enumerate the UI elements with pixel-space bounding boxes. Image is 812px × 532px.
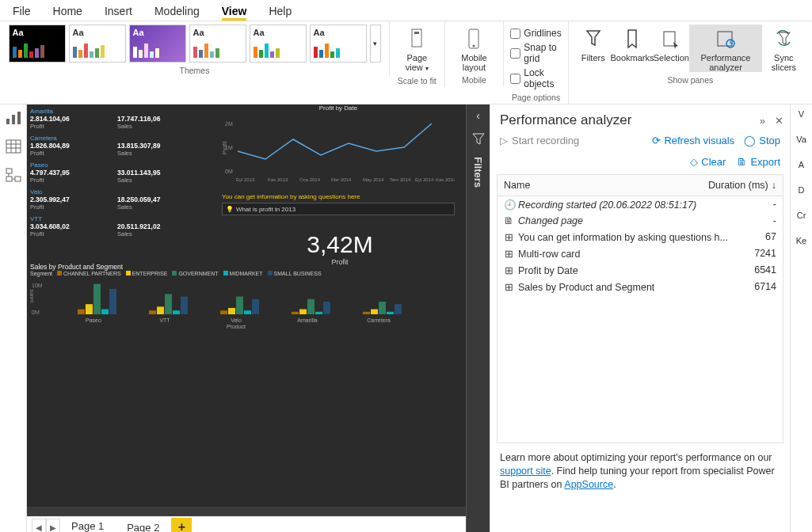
rail-item[interactable]: Va xyxy=(796,135,806,144)
profit-by-date-chart[interactable]: Profit by Date 2M1M0MProfitEyl 2013Kas 2… xyxy=(222,104,455,192)
svg-rect-55 xyxy=(299,310,307,314)
panes-label: Show panes xyxy=(667,75,713,85)
menu-help[interactable]: Help xyxy=(269,5,292,17)
col-duration[interactable]: Duration (ms)↓ xyxy=(708,180,776,191)
filters-collapsed-pane[interactable]: ‹ Filters xyxy=(466,104,490,532)
ribbon: Aa Aa Aa Aa Aa Aa ▾ Themes Page view ▾ S… xyxy=(0,21,812,104)
svg-rect-64 xyxy=(395,304,402,314)
close-icon[interactable]: ✕ xyxy=(775,115,780,127)
rail-item[interactable]: Ke xyxy=(796,236,806,245)
report-canvas[interactable]: Amarilla2.814.104,06ProfitCarretera1.826… xyxy=(27,104,466,516)
snap-checkbox[interactable]: Snap to grid xyxy=(510,42,561,64)
page-view-button[interactable]: Page view ▾ xyxy=(396,25,438,73)
tab-next[interactable]: ▶ xyxy=(46,519,60,532)
svg-rect-44 xyxy=(165,294,172,314)
svg-rect-58 xyxy=(323,302,330,314)
svg-text:Eyl 2013: Eyl 2013 xyxy=(236,177,255,182)
sheet-tabs: ◀ ▶ Page 1 Page 2 + xyxy=(27,516,466,532)
popout-icon[interactable]: » xyxy=(760,115,762,127)
svg-text:May 2014: May 2014 xyxy=(363,177,384,182)
sort-down-icon: ↓ xyxy=(772,180,776,191)
analyzer-row[interactable]: ⊞You can get information by asking quest… xyxy=(497,229,783,245)
svg-rect-57 xyxy=(315,312,322,314)
menu-insert[interactable]: Insert xyxy=(105,5,132,17)
page-options-label: Page options xyxy=(512,93,560,102)
stop-icon: ◯ xyxy=(744,135,756,146)
themes-label: Themes xyxy=(180,66,210,75)
refresh-visuals-button[interactable]: ⟳Refresh visuals xyxy=(652,135,734,146)
analyzer-row[interactable]: 🗎Changed page- xyxy=(497,213,783,229)
gridlines-checkbox[interactable]: Gridlines xyxy=(510,28,561,39)
theme-card-1[interactable]: Aa xyxy=(9,25,66,63)
svg-text:Kas 2013: Kas 2013 xyxy=(268,177,288,182)
mobile-layout-button[interactable]: Mobile layout xyxy=(452,25,497,72)
col-name[interactable]: Name xyxy=(504,180,530,191)
stop-button[interactable]: ◯Stop xyxy=(744,135,780,146)
menubar: File Home Insert Modeling View Help xyxy=(0,0,812,21)
themes-dropdown[interactable]: ▾ xyxy=(370,25,381,63)
filters-label: Filters xyxy=(472,157,484,188)
profit-kpi[interactable]: 3,42M Profit xyxy=(225,231,455,266)
rail-item[interactable]: Cr xyxy=(797,211,806,220)
add-page-button[interactable]: + xyxy=(171,518,192,532)
svg-rect-38 xyxy=(93,284,101,314)
analyzer-title: Performance analyzer xyxy=(500,112,631,128)
lock-checkbox[interactable]: Lock objects xyxy=(510,67,561,89)
chevron-left-icon[interactable]: ‹ xyxy=(476,109,480,122)
start-recording-button[interactable]: ▷Start recording xyxy=(500,135,579,146)
support-site-link[interactable]: support site xyxy=(500,466,551,477)
svg-point-3 xyxy=(473,45,475,48)
svg-text:Carretera: Carretera xyxy=(367,317,391,323)
qna-visual[interactable]: You can get information by asking questi… xyxy=(222,193,455,215)
svg-text:0M: 0M xyxy=(225,169,233,174)
analyzer-row[interactable]: ⊞Multi-row card7241 xyxy=(497,245,783,262)
menu-view[interactable]: View xyxy=(222,5,247,17)
data-view-icon[interactable] xyxy=(6,139,21,154)
svg-rect-37 xyxy=(86,304,93,314)
svg-rect-15 xyxy=(6,169,12,173)
svg-rect-51 xyxy=(244,310,251,314)
svg-text:Oca 2014: Oca 2014 xyxy=(299,177,321,182)
theme-card-6[interactable]: Aa xyxy=(310,25,367,63)
analyzer-row[interactable]: ⊞Sales by Product and Segment6714 xyxy=(497,279,783,295)
rail-item[interactable]: D xyxy=(799,185,805,195)
svg-rect-56 xyxy=(307,299,315,314)
eraser-icon: ◇ xyxy=(690,156,698,168)
sales-bar-chart[interactable]: Sales by Product and Segment Segment CHA… xyxy=(30,263,450,336)
filter-icon xyxy=(472,133,485,146)
menu-file[interactable]: File xyxy=(13,5,31,17)
analyzer-row[interactable]: ⊞Profit by Date6541 xyxy=(497,262,783,279)
appsource-link[interactable]: AppSource xyxy=(564,479,613,490)
rail-item[interactable]: A xyxy=(799,160,804,169)
svg-text:Sales: Sales xyxy=(30,289,34,303)
svg-rect-36 xyxy=(78,310,85,314)
sync-slicers-button[interactable]: Sync slicers xyxy=(762,25,806,72)
tab-prev[interactable]: ◀ xyxy=(32,519,46,532)
report-view-icon[interactable] xyxy=(6,111,21,125)
rail-item[interactable]: V xyxy=(799,109,804,119)
menu-home[interactable]: Home xyxy=(53,5,82,17)
theme-card-5[interactable]: Aa xyxy=(250,25,307,63)
analyzer-footnote: Learn more about optimizing your report'… xyxy=(490,443,790,492)
analyzer-row[interactable]: 🕘Recording started (20.06.2022 08:51:17)… xyxy=(497,196,783,213)
theme-card-3[interactable]: Aa xyxy=(129,25,186,63)
theme-card-2[interactable]: Aa xyxy=(69,25,126,63)
svg-rect-40 xyxy=(109,289,116,314)
theme-card-4[interactable]: Aa xyxy=(189,25,246,63)
model-view-icon[interactable] xyxy=(6,168,21,182)
menu-modeling[interactable]: Modeling xyxy=(154,5,200,17)
page-tab-2[interactable]: Page 2 xyxy=(116,519,171,533)
content: Amarilla2.814.104,06ProfitCarretera1.826… xyxy=(0,104,812,532)
clear-button[interactable]: ◇Clear xyxy=(690,156,726,168)
filters-pane-button[interactable]: Filters xyxy=(575,25,612,72)
export-button[interactable]: 🗎Export xyxy=(737,156,780,168)
performance-analyzer-button[interactable]: Performance analyzer xyxy=(689,25,761,72)
bookmarks-pane-button[interactable]: Bookmarks xyxy=(612,25,654,72)
svg-rect-49 xyxy=(228,308,235,314)
play-icon: ▷ xyxy=(500,135,508,146)
page-tab-1[interactable]: Page 1 xyxy=(60,517,116,532)
svg-text:Velo: Velo xyxy=(231,317,242,323)
analyzer-table: Name Duration (ms)↓ 🕘Recording started (… xyxy=(497,174,783,443)
selection-pane-button[interactable]: Selection xyxy=(653,25,689,72)
svg-rect-63 xyxy=(387,312,394,314)
